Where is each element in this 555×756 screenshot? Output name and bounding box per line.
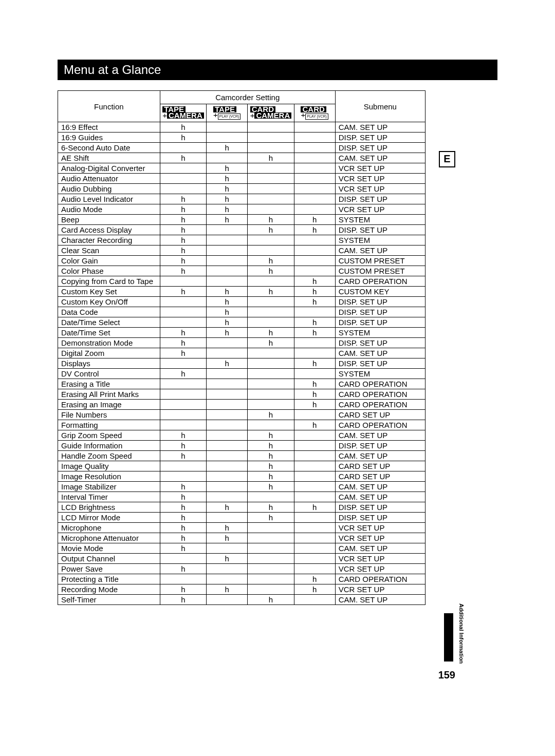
table-row: Data CodehDISP. SET UP — [58, 307, 425, 317]
mode-cell — [207, 410, 248, 420]
table-row: Color PhasehhCUSTOM PRESET — [58, 266, 425, 276]
function-cell: Microphone Attenuator — [58, 533, 160, 543]
submenu-cell: CAM. SET UP — [335, 595, 425, 605]
mode-cell: h — [207, 184, 248, 194]
mode-cell: h — [160, 328, 206, 338]
table-row: Power SavehVCR SET UP — [58, 564, 425, 574]
mode-cell — [160, 307, 206, 317]
table-row: DV ControlhSYSTEM — [58, 369, 425, 379]
mode-cell — [294, 492, 335, 502]
mode-cell — [160, 317, 206, 328]
submenu-cell: DISP. SET UP — [335, 143, 425, 153]
table-row: MicrophonehhVCR SET UP — [58, 523, 425, 533]
function-cell: Copying from Card to Tape — [58, 276, 160, 287]
mode-cell — [294, 174, 335, 184]
mode-cell — [294, 307, 335, 317]
mode-cell — [294, 410, 335, 420]
table-row: Recording ModehhhVCR SET UP — [58, 584, 425, 595]
mode-cell: h — [294, 276, 335, 287]
mode-cell — [248, 554, 294, 564]
mode-cell — [160, 143, 206, 153]
mode-cell: h — [160, 194, 206, 204]
mode-cell: h — [160, 369, 206, 379]
table-row: Card Access DisplayhhhDISP. SET UP — [58, 225, 425, 235]
function-cell: Data Code — [58, 307, 160, 317]
mode-cell — [294, 245, 335, 256]
mode-cell — [160, 389, 206, 400]
mode-cell — [207, 441, 248, 451]
function-cell: Color Gain — [58, 256, 160, 266]
mode-badge-bottom: PLAY (VCR) — [218, 114, 241, 120]
mode-cell: h — [248, 287, 294, 297]
submenu-cell: CAM. SET UP — [335, 122, 425, 133]
mode-cell: h — [248, 471, 294, 482]
mode-cell: h — [160, 338, 206, 348]
function-cell: Color Phase — [58, 266, 160, 276]
mode-cell: h — [160, 564, 206, 574]
mode-cell — [248, 317, 294, 328]
mode-cell: h — [248, 461, 294, 471]
mode-cell — [248, 276, 294, 287]
mode-cell — [248, 245, 294, 256]
mode-cell: h — [160, 451, 206, 461]
mode-cell: h — [207, 297, 248, 307]
submenu-cell: VCR SET UP — [335, 174, 425, 184]
mode-cell: h — [207, 523, 248, 533]
mode-cell — [207, 379, 248, 389]
mode-cell — [248, 389, 294, 400]
submenu-cell: VCR SET UP — [335, 523, 425, 533]
function-cell: Clear Scan — [58, 245, 160, 256]
mode-cell: h — [160, 584, 206, 595]
function-cell: Displays — [58, 358, 160, 369]
mode-cell: h — [248, 153, 294, 163]
mode-cell — [160, 297, 206, 307]
mode-cell: h — [248, 451, 294, 461]
mode-cell — [294, 595, 335, 605]
table-row: AE ShifthhCAM. SET UP — [58, 153, 425, 163]
table-row: Grip Zoom SpeedhhCAM. SET UP — [58, 430, 425, 441]
mode-cell: h — [160, 122, 206, 133]
table-row: 16:9 GuideshDISP. SET UP — [58, 133, 425, 143]
table-row: Image StabilizerhhCAM. SET UP — [58, 482, 425, 492]
mode-cell: h — [160, 430, 206, 441]
mode-cell — [294, 348, 335, 358]
mode-cell: h — [294, 287, 335, 297]
mode-cell — [294, 441, 335, 451]
table-row: Audio DubbinghVCR SET UP — [58, 184, 425, 194]
function-cell: Custom Key On/Off — [58, 297, 160, 307]
mode-badge-bottom: PLAY (VCR) — [305, 114, 328, 120]
mode-cell: h — [207, 502, 248, 513]
table-row: Handle Zoom SpeedhhCAM. SET UP — [58, 451, 425, 461]
function-cell: Microphone — [58, 523, 160, 533]
table-row: Date/Time SethhhhSYSTEM — [58, 328, 425, 338]
submenu-cell: DISP. SET UP — [335, 513, 425, 523]
manual-page: Menu at a Glance E Function Camcorder Se… — [0, 60, 555, 756]
mode-cell: h — [207, 287, 248, 297]
function-cell: Power Save — [58, 564, 160, 574]
function-cell: LCD Brightness — [58, 502, 160, 513]
mode-cell: h — [160, 256, 206, 266]
submenu-cell: VCR SET UP — [335, 163, 425, 174]
mode-cell: h — [160, 235, 206, 245]
mode-cell — [248, 574, 294, 584]
mode-cell: h — [294, 317, 335, 328]
submenu-cell: SYSTEM — [335, 328, 425, 338]
mode-cell: h — [248, 410, 294, 420]
function-cell: Erasing an Image — [58, 400, 160, 410]
mode-cell — [248, 358, 294, 369]
mode-cell: h — [294, 225, 335, 235]
mode-cell — [207, 266, 248, 276]
mode-cell — [294, 543, 335, 554]
submenu-cell: CUSTOM KEY — [335, 287, 425, 297]
submenu-cell: CARD OPERATION — [335, 420, 425, 430]
mode-cell: h — [207, 317, 248, 328]
table-row: Custom Key On/OffhhDISP. SET UP — [58, 297, 425, 307]
mode-cell — [207, 235, 248, 245]
table-row: Interval TimerhCAM. SET UP — [58, 492, 425, 502]
mode-cell — [294, 430, 335, 441]
table-row: Clear ScanhCAM. SET UP — [58, 245, 425, 256]
mode-cell — [248, 400, 294, 410]
mode-cell: h — [248, 266, 294, 276]
mode-cell — [207, 543, 248, 554]
function-cell: Date/Time Select — [58, 317, 160, 328]
